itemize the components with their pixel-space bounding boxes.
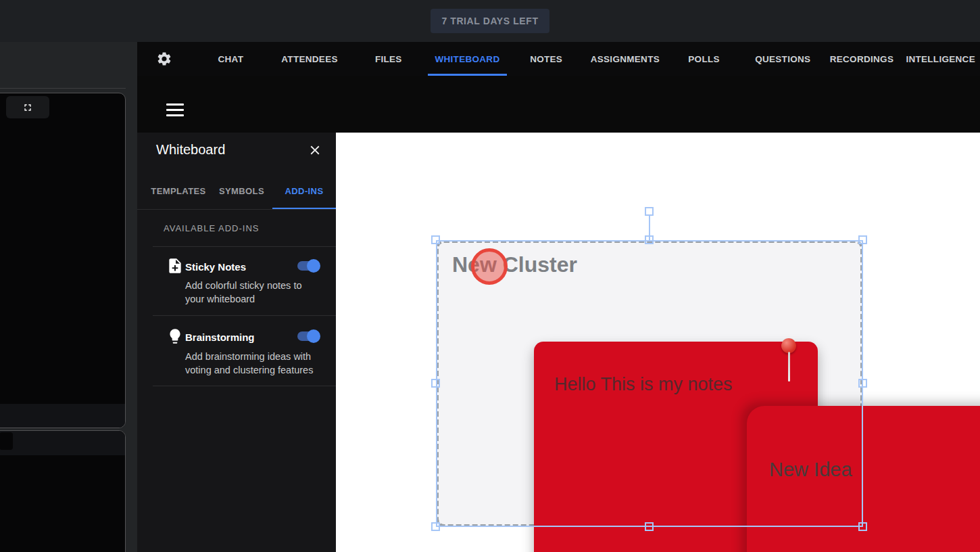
tab-whiteboard[interactable]: WHITEBOARD [428,42,507,76]
note-add-icon [166,257,184,275]
pin-stem [788,352,790,382]
app-root: 7 TRIAL DAYS LEFT CHAT ATTENDEES FILES W… [0,0,980,552]
video-sidebar [0,42,137,552]
addin-name: Brainstorming [185,331,255,343]
divider [0,88,126,89]
vote-dot[interactable] [471,248,508,285]
whiteboard-canvas[interactable]: New Cluster Hello This is my notes New I… [336,133,980,552]
panel-title: Whiteboard [156,142,225,158]
lightbulb-icon [166,327,184,345]
addin-name: Sticky Notes [185,261,246,273]
selection-handle[interactable] [645,235,654,244]
tab-questions[interactable]: QUESTIONS [743,42,823,76]
pin-head [781,338,796,353]
divider [137,209,336,210]
sticky-note-text: New Idea [769,459,852,481]
sticky-notes-toggle[interactable] [297,261,318,271]
tab-attendees[interactable]: ATTENDEES [270,42,349,76]
rotation-handle[interactable] [645,207,654,216]
selection-handle[interactable] [858,379,867,388]
whiteboard-panel: Whiteboard TEMPLATES SYMBOLS ADD-INS AVA… [137,133,336,552]
divider [153,386,336,386]
panel-tabs: TEMPLATES SYMBOLS ADD-INS [137,175,336,210]
settings-gear-icon[interactable] [137,42,191,76]
tab-templates[interactable]: TEMPLATES [146,175,211,210]
addin-description: Add brainstorming ideas with voting and … [185,350,320,377]
video-tile-button[interactable] [0,432,13,450]
selection-handle[interactable] [431,235,440,244]
sticky-note-text: Hello This is my notes [554,374,733,395]
video-tile [0,430,126,552]
addin-description: Add colorful sticky notes to your whiteb… [185,279,320,306]
selection-handle[interactable] [431,522,440,531]
video-tile [0,93,126,428]
selection-handle[interactable] [858,235,867,244]
pin-icon[interactable] [781,338,798,383]
nav-tabs: CHAT ATTENDEES FILES WHITEBOARD NOTES AS… [191,42,980,76]
whiteboard-toolbar: TT [137,76,980,133]
available-add-ins-header: AVAILABLE ADD-INS [164,223,260,233]
brainstorming-toggle[interactable] [297,331,318,341]
selection-handle[interactable] [431,379,440,388]
tab-files[interactable]: FILES [349,42,428,76]
tab-chat[interactable]: CHAT [191,42,270,76]
tab-notes[interactable]: NOTES [507,42,586,76]
video-tile-header [0,431,125,455]
panel-close-icon[interactable] [308,141,326,160]
tab-add-ins[interactable]: ADD-INS [272,175,336,210]
tab-intelligence[interactable]: INTELLIGENCE [901,42,980,76]
tab-recordings[interactable]: RECORDINGS [823,42,902,76]
selection-handle[interactable] [858,522,867,531]
selection-handle[interactable] [645,522,654,531]
tab-polls[interactable]: POLLS [664,42,743,76]
top-bar: 7 TRIAL DAYS LEFT [0,0,980,42]
divider [153,315,336,316]
main-nav: CHAT ATTENDEES FILES WHITEBOARD NOTES AS… [137,42,980,76]
fullscreen-icon[interactable] [6,96,49,118]
menu-icon[interactable] [164,100,186,119]
divider [153,246,336,247]
video-tile-footer [0,404,125,428]
tab-symbols[interactable]: SYMBOLS [211,175,272,210]
trial-days-badge: 7 TRIAL DAYS LEFT [431,9,549,33]
tab-assignments[interactable]: ASSIGNMENTS [586,42,665,76]
